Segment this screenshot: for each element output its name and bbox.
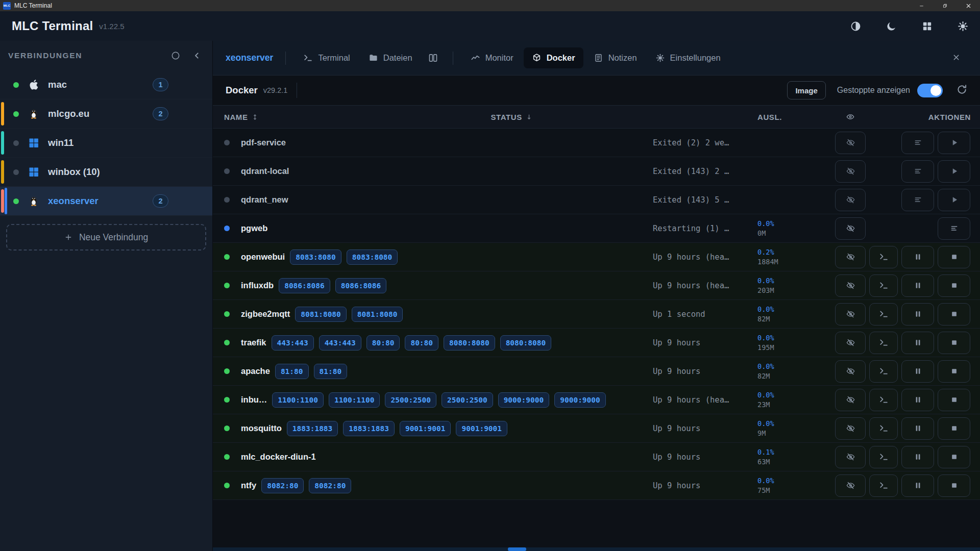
pause-button[interactable] <box>901 446 934 468</box>
port-mapping-badge[interactable]: 81:80 <box>275 364 309 379</box>
terminal-button[interactable] <box>869 332 898 354</box>
eye-off-button[interactable] <box>835 274 866 297</box>
stop-button[interactable] <box>938 389 970 411</box>
eye-off-button[interactable] <box>835 332 866 354</box>
pause-button[interactable] <box>901 417 934 440</box>
port-mapping-badge[interactable]: 9000:9000 <box>554 392 606 408</box>
port-mapping-badge[interactable]: 9001:9001 <box>400 421 451 436</box>
port-mapping-badge[interactable]: 9000:9000 <box>498 392 550 408</box>
terminal-button[interactable] <box>869 303 898 325</box>
eye-off-button[interactable] <box>835 246 866 268</box>
eye-off-button[interactable] <box>835 360 866 383</box>
restore-window-button[interactable] <box>933 0 957 11</box>
eye-off-button[interactable] <box>835 303 866 325</box>
port-mapping-badge[interactable]: 80:80 <box>366 335 400 350</box>
tab-dateien[interactable]: Dateien <box>360 47 421 68</box>
sidebar-item-xeonserver[interactable]: xeonserver2 <box>0 187 212 216</box>
split-view-button[interactable] <box>423 47 444 69</box>
contrast-icon[interactable] <box>850 20 862 32</box>
port-mapping-badge[interactable]: 1883:1883 <box>287 421 338 436</box>
port-mapping-badge[interactable]: 9001:9001 <box>456 421 507 436</box>
port-mapping-badge[interactable]: 443:443 <box>272 335 314 350</box>
tab-einstellungen[interactable]: Einstellungen <box>647 47 729 68</box>
port-mapping-badge[interactable]: 8083:8080 <box>347 249 398 265</box>
image-button[interactable]: Image <box>787 81 825 99</box>
column-header-usage[interactable]: AUSL. <box>757 113 835 121</box>
logs-button[interactable] <box>901 132 934 154</box>
port-mapping-badge[interactable]: 8086:8086 <box>335 278 387 293</box>
tab-notizen[interactable]: Notizen <box>585 47 645 68</box>
eye-off-button[interactable] <box>835 417 866 440</box>
close-connection-button[interactable] <box>952 53 961 63</box>
port-mapping-badge[interactable]: 1100:1100 <box>329 392 380 408</box>
stop-button[interactable] <box>938 332 970 354</box>
port-mapping-badge[interactable]: 80:80 <box>405 335 438 350</box>
port-mapping-badge[interactable]: 81:80 <box>314 364 348 379</box>
close-window-button[interactable] <box>957 0 980 11</box>
terminal-button[interactable] <box>869 389 898 411</box>
sidebar-item-win11[interactable]: win11 <box>0 129 212 158</box>
pause-button[interactable] <box>901 303 934 325</box>
sidebar-item-mac[interactable]: mac1 <box>0 70 212 99</box>
terminal-button[interactable] <box>869 360 898 383</box>
terminal-button[interactable] <box>869 274 898 297</box>
column-header-status[interactable]: STATUS <box>491 113 758 121</box>
logs-button[interactable] <box>901 189 934 211</box>
pause-button[interactable] <box>901 360 934 383</box>
column-header-name[interactable]: NAME <box>224 113 491 121</box>
tab-monitor[interactable]: Monitor <box>462 47 522 68</box>
port-mapping-badge[interactable]: 8083:8080 <box>290 249 341 265</box>
stop-button[interactable] <box>938 446 970 468</box>
pause-button[interactable] <box>901 246 934 268</box>
terminal-button[interactable] <box>869 246 898 268</box>
pause-button[interactable] <box>901 332 934 354</box>
eye-off-button[interactable] <box>835 160 866 183</box>
pause-button[interactable] <box>901 474 934 497</box>
play-button[interactable] <box>938 189 970 211</box>
collapse-sidebar-icon[interactable] <box>192 51 202 61</box>
logs-button[interactable] <box>901 160 934 183</box>
new-connection-button[interactable]: Neue Verbindung <box>6 224 206 251</box>
refresh-button[interactable] <box>956 84 968 97</box>
port-mapping-badge[interactable]: 1883:1883 <box>343 421 395 436</box>
stop-button[interactable] <box>938 274 970 297</box>
pause-button[interactable] <box>901 389 934 411</box>
eye-off-button[interactable] <box>835 474 866 497</box>
eye-off-button[interactable] <box>835 217 866 240</box>
stop-button[interactable] <box>938 360 970 383</box>
port-mapping-badge[interactable]: 8080:8080 <box>500 335 552 350</box>
minimize-window-button[interactable] <box>910 0 933 11</box>
terminal-button[interactable] <box>869 417 898 440</box>
horizontal-scrollbar[interactable] <box>213 547 980 551</box>
port-mapping-badge[interactable]: 2500:2500 <box>385 392 436 408</box>
terminal-button[interactable] <box>869 474 898 497</box>
stop-button[interactable] <box>938 474 970 497</box>
tab-terminal[interactable]: Terminal <box>295 47 358 68</box>
connection-scan-icon[interactable] <box>170 51 181 61</box>
eye-off-button[interactable] <box>835 132 866 154</box>
stop-button[interactable] <box>938 303 970 325</box>
active-connection-label[interactable]: xeonserver <box>226 53 273 63</box>
play-button[interactable] <box>938 160 970 183</box>
eye-off-button[interactable] <box>835 389 866 411</box>
port-mapping-badge[interactable]: 1100:1100 <box>272 392 324 408</box>
terminal-button[interactable] <box>869 446 898 468</box>
scrollbar-thumb[interactable] <box>508 547 526 551</box>
port-mapping-badge[interactable]: 8082:80 <box>261 478 304 493</box>
stop-button[interactable] <box>938 417 970 440</box>
pause-button[interactable] <box>901 274 934 297</box>
eye-off-button[interactable] <box>835 189 866 211</box>
stop-button[interactable] <box>938 246 970 268</box>
port-mapping-badge[interactable]: 443:443 <box>319 335 361 350</box>
port-mapping-badge[interactable]: 8081:8080 <box>352 307 403 322</box>
port-mapping-badge[interactable]: 8086:8086 <box>279 278 330 293</box>
eye-icon[interactable] <box>846 112 855 121</box>
eye-off-button[interactable] <box>835 446 866 468</box>
grid-icon[interactable] <box>921 20 933 32</box>
sidebar-item-mlcgo-eu[interactable]: mlcgo.eu2 <box>0 99 212 129</box>
port-mapping-badge[interactable]: 2500:2500 <box>442 392 493 408</box>
sidebar-item-winbox-10-[interactable]: winbox (10) <box>0 158 212 187</box>
show-stopped-toggle[interactable] <box>917 84 943 97</box>
play-button[interactable] <box>938 132 970 154</box>
gear-icon[interactable] <box>957 20 969 32</box>
